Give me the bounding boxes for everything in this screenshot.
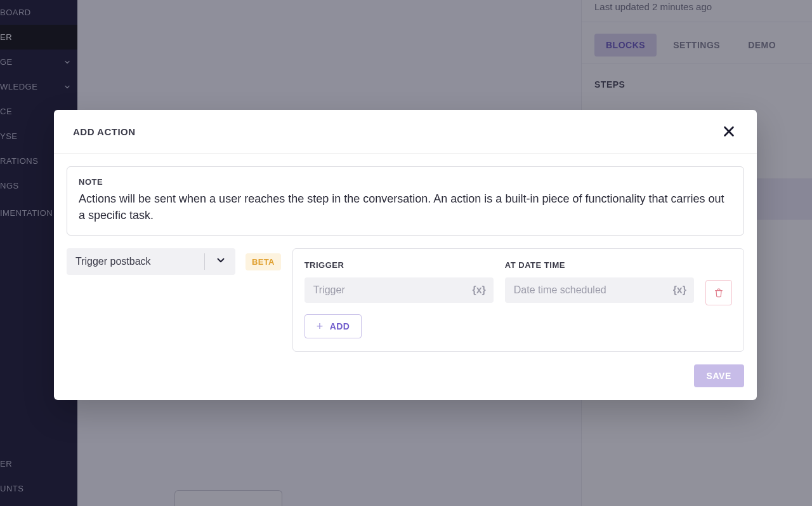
close-button[interactable] <box>720 123 738 140</box>
modal-title: ADD ACTION <box>73 126 136 137</box>
add-trigger-button[interactable]: + ADD <box>304 314 362 338</box>
trigger-field-label: TRIGGER <box>304 260 494 270</box>
trash-icon <box>714 288 724 298</box>
save-button[interactable]: SAVE <box>694 364 745 387</box>
datetime-field-label: AT DATE TIME <box>505 260 694 270</box>
plus-icon: + <box>317 321 324 332</box>
chevron-down-icon <box>215 255 226 269</box>
variable-token-icon[interactable]: {x} <box>472 284 485 296</box>
trigger-input[interactable] <box>304 277 494 303</box>
beta-badge: BETA <box>246 253 281 270</box>
action-type-select[interactable]: Trigger postback <box>67 248 235 275</box>
add-button-label: ADD <box>330 321 350 331</box>
action-type-value: Trigger postback <box>75 256 151 267</box>
delete-row-button[interactable] <box>705 280 732 305</box>
note-text: Actions will be sent when a user reaches… <box>79 190 732 223</box>
add-action-modal: ADD ACTION NOTE Actions will be sent whe… <box>54 110 757 400</box>
note-box: NOTE Actions will be sent when a user re… <box>67 166 744 236</box>
variable-token-icon[interactable]: {x} <box>673 284 686 296</box>
close-icon <box>722 124 736 138</box>
note-label: NOTE <box>79 177 732 187</box>
datetime-input[interactable] <box>505 277 694 303</box>
trigger-config-panel: TRIGGER {x} + ADD AT DATE TIME <box>292 248 744 352</box>
